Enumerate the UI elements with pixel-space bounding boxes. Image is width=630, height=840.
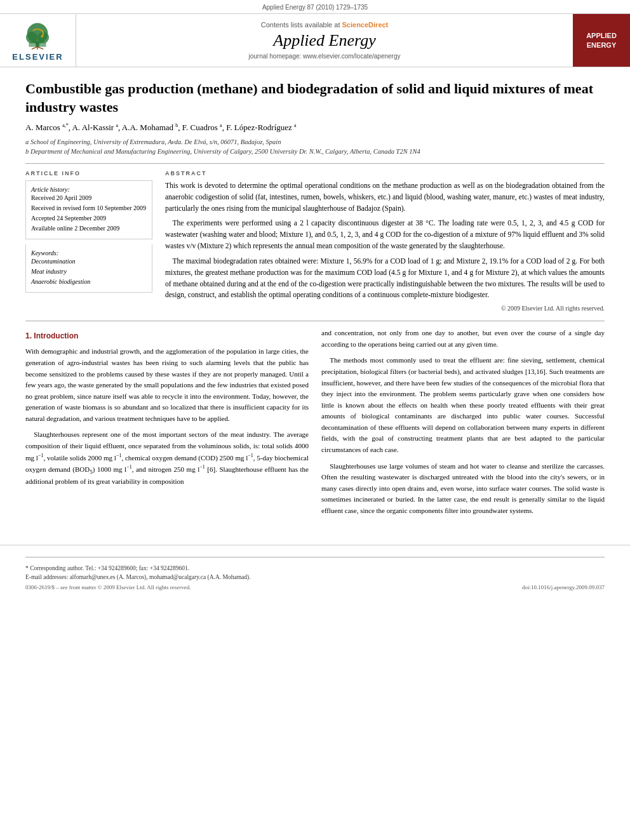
divider-1 (25, 163, 605, 164)
svg-rect-8 (29, 42, 46, 46)
footnote-emails: E-mail addresses: alfomarh@unex.es (A. M… (25, 573, 605, 582)
copyright-line: © 2009 Elsevier Ltd. All rights reserved… (165, 305, 605, 312)
abstract-column: ABSTRACT This work is devoted to determi… (165, 170, 605, 312)
affiliation-a: a School of Engineering, University of E… (25, 137, 605, 147)
footnote-corresponding: * Corresponding author. Tel.: +34 924289… (25, 564, 605, 573)
sciencedirect-line: Contents lists available at ScienceDirec… (261, 21, 389, 29)
received-date: Received 20 April 2009 Received in revis… (31, 193, 147, 234)
footer-bar: 0306-2619/$ – see front matter © 2009 El… (25, 584, 605, 590)
journal-ref-text: Applied Energy 87 (2010) 1729–1735 (262, 4, 368, 11)
abstract-label: ABSTRACT (165, 170, 605, 177)
doi-text: doi:10.1016/j.apenergy.2009.09.037 (522, 584, 605, 590)
body-col-right: and concentration, not only from one day… (321, 328, 605, 522)
article-info-label: ARTICLE INFO (25, 170, 152, 177)
main-content: Combustible gas production (methane) and… (0, 67, 630, 535)
header-banner: ELSEVIER Contents lists available at Sci… (0, 13, 630, 67)
keyword-1: Decontamination (31, 257, 147, 267)
journal-badge: APPLIED ENERGY (573, 14, 630, 67)
keyword-3: Anaerobic biodigestion (31, 277, 147, 287)
article-title: Combustible gas production (methane) and… (25, 80, 605, 116)
keywords-label: Keywords: (31, 250, 147, 257)
svg-point-5 (26, 32, 37, 43)
journal-homepage: journal homepage: www.elsevier.com/locat… (248, 53, 400, 60)
journal-ref: Applied Energy 87 (2010) 1729–1735 (0, 4, 630, 13)
journal-header: Applied Energy 87 (2010) 1729–1735 (0, 0, 630, 67)
elsevier-tree-icon (18, 19, 57, 51)
svg-line-1 (32, 47, 37, 50)
badge-text: APPLIED ENERGY (586, 31, 617, 50)
body-col-left: 1. Introduction With demographic and ind… (25, 328, 309, 522)
affiliations: a School of Engineering, University of E… (25, 137, 605, 157)
keywords-box: Keywords: Decontamination Meat industry … (25, 244, 152, 293)
article-info-column: ARTICLE INFO Article history: Received 2… (25, 170, 152, 312)
elsevier-wordmark: ELSEVIER (12, 52, 63, 62)
body-content: 1. Introduction With demographic and ind… (25, 328, 605, 522)
sciencedirect-link[interactable]: ScienceDirect (342, 21, 389, 29)
journal-title-section: Contents lists available at ScienceDirec… (76, 14, 573, 67)
intro-col2-p3: Slaughterhouses use large volumes of ste… (321, 461, 605, 517)
intro-p1: With demographic and industrial growth, … (25, 346, 309, 424)
footer: * Corresponding author. Tel.: +34 924289… (0, 545, 630, 591)
intro-heading: 1. Introduction (25, 330, 309, 342)
affiliation-b: b Department of Mechanical and Manufactu… (25, 147, 605, 157)
article-history-box: Article history: Received 20 April 2009 … (25, 180, 152, 239)
abstract-p2: The experiments were performed using a 2… (165, 218, 605, 251)
keyword-2: Meat industry (31, 267, 147, 277)
intro-p2: Slaughterhouses represent one of the mos… (25, 429, 309, 488)
elsevier-logo: ELSEVIER (12, 19, 63, 62)
journal-name: Applied Energy (273, 31, 375, 50)
info-abstract-section: ARTICLE INFO Article history: Received 2… (25, 170, 605, 312)
abstract-p3: The maximal biodegradation rates obtaine… (165, 256, 605, 301)
intro-col2-p2: The methods most commonly used to treat … (321, 355, 605, 455)
svg-line-2 (37, 47, 43, 50)
svg-point-7 (41, 35, 44, 37)
abstract-p1: This work is devoted to determine the op… (165, 180, 605, 214)
intro-col2-p1: and concentration, not only from one day… (321, 328, 605, 350)
divider-2 (25, 321, 605, 321)
issn-text: 0306-2619/$ – see front matter © 2009 El… (25, 584, 191, 590)
authors: A. Marcos a,*, A. Al-Kassir a, A.A. Moha… (25, 123, 605, 133)
footer-divider (25, 557, 605, 557)
elsevier-logo-section: ELSEVIER (0, 14, 76, 67)
abstract-text: This work is devoted to determine the op… (165, 180, 605, 301)
history-label: Article history: (31, 186, 147, 193)
